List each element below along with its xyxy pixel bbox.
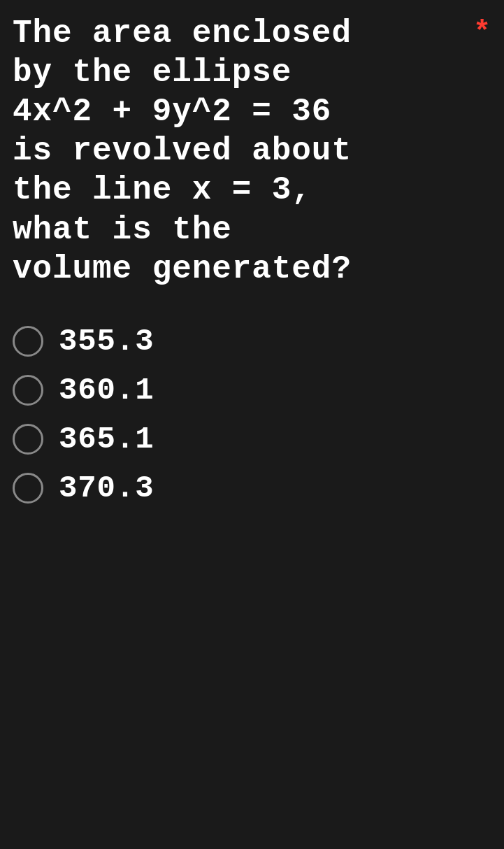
option-item-3[interactable]: 365.1 xyxy=(13,422,491,457)
radio-option-1[interactable] xyxy=(13,326,43,357)
radio-option-2[interactable] xyxy=(13,375,43,406)
option-label-4: 370.3 xyxy=(59,471,154,506)
radio-option-4[interactable] xyxy=(13,473,43,504)
radio-option-3[interactable] xyxy=(13,424,43,455)
required-asterisk: * xyxy=(473,15,491,51)
question-text: The area enclosed by the ellipse 4x^2 + … xyxy=(13,14,491,289)
option-label-1: 355.3 xyxy=(59,324,154,359)
option-item-2[interactable]: 360.1 xyxy=(13,373,491,408)
options-container: 355.3 360.1 365.1 370.3 xyxy=(13,317,491,506)
option-label-3: 365.1 xyxy=(59,422,154,457)
question-container: The area enclosed by the ellipse 4x^2 + … xyxy=(13,14,491,506)
option-item-4[interactable]: 370.3 xyxy=(13,471,491,506)
option-item-1[interactable]: 355.3 xyxy=(13,324,491,359)
option-label-2: 360.1 xyxy=(59,373,154,408)
